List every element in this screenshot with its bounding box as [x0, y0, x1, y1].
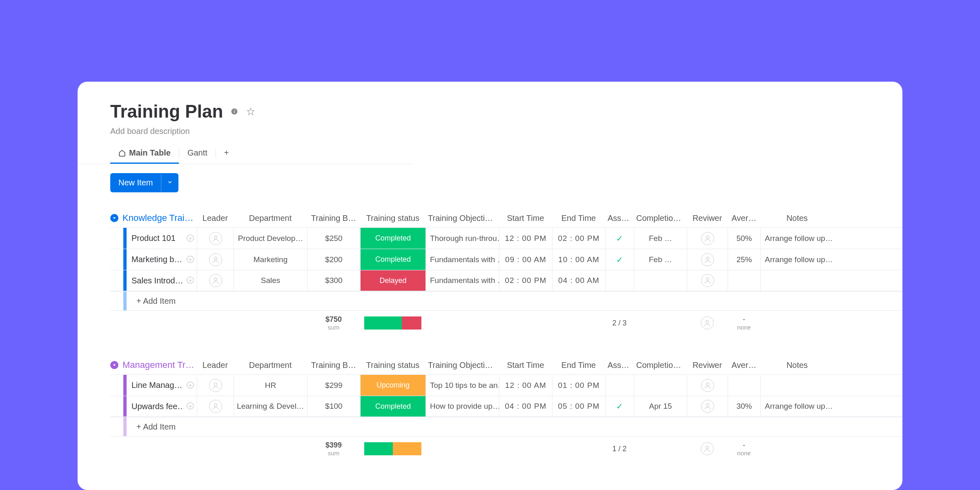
start-time-cell[interactable]: 12 : 00 PM — [499, 228, 552, 249]
assessment-cell[interactable]: ✓ — [605, 228, 634, 249]
leader-cell[interactable] — [197, 270, 234, 291]
end-time-cell[interactable]: 01 : 00 PM — [552, 375, 605, 396]
status-cell[interactable]: Upcoming — [360, 375, 425, 396]
tab-main-table[interactable]: Main Table — [110, 143, 179, 164]
reviewer-cell[interactable] — [687, 228, 728, 249]
objectives-cell[interactable]: Thorough run-throu… — [425, 228, 499, 249]
column-header[interactable]: Department — [234, 361, 307, 370]
new-item-button[interactable]: New Item — [110, 173, 178, 192]
column-header[interactable]: Start Time — [499, 361, 552, 370]
start-time-cell[interactable]: 04 : 00 PM — [499, 396, 552, 416]
info-icon[interactable] — [229, 107, 239, 116]
column-header[interactable]: Notes — [760, 214, 834, 223]
group-title[interactable]: Knowledge Train… — [122, 213, 197, 223]
average-cell[interactable]: 25% — [728, 249, 760, 270]
assessment-cell[interactable]: ✓ — [605, 249, 634, 270]
reviewer-cell[interactable] — [687, 396, 728, 416]
chat-icon[interactable] — [184, 249, 197, 270]
table-row[interactable]: Sales Introd… Sales $300 Delayed Fundame… — [110, 270, 902, 291]
notes-cell[interactable]: Arrange follow up… — [760, 396, 834, 416]
completion-cell[interactable]: Apr 15 — [634, 396, 687, 416]
item-name[interactable]: Upwards fee… — [127, 396, 184, 416]
column-header[interactable]: Asse… — [605, 214, 634, 223]
end-time-cell[interactable]: 10 : 00 AM — [552, 249, 605, 270]
column-header[interactable]: Start Time — [499, 214, 552, 223]
item-name[interactable]: Sales Introd… — [127, 270, 184, 291]
leader-cell[interactable] — [197, 375, 234, 396]
completion-cell[interactable]: Feb … — [634, 228, 687, 249]
reviewer-cell[interactable] — [687, 270, 728, 291]
objectives-cell[interactable]: How to provide up… — [425, 396, 499, 416]
star-icon[interactable] — [246, 107, 256, 116]
column-header[interactable]: End Time — [552, 361, 605, 370]
tab-gantt[interactable]: Gantt — [179, 143, 216, 164]
column-header[interactable]: Training Objectives — [425, 214, 499, 223]
end-time-cell[interactable]: 04 : 00 AM — [552, 270, 605, 291]
start-time-cell[interactable]: 12 : 00 AM — [499, 375, 552, 396]
completion-cell[interactable] — [634, 375, 687, 396]
notes-cell[interactable] — [760, 270, 834, 291]
objectives-cell[interactable]: Top 10 tips to be an… — [425, 375, 499, 396]
add-view-button[interactable]: + — [216, 143, 237, 164]
column-header[interactable]: Training Objectives — [425, 361, 499, 370]
budget-cell[interactable]: $100 — [307, 396, 360, 416]
notes-cell[interactable]: Arrange follow up… — [760, 249, 834, 270]
department-cell[interactable]: Marketing — [234, 249, 307, 270]
notes-cell[interactable] — [760, 375, 834, 396]
department-cell[interactable]: Sales — [234, 270, 307, 291]
column-header[interactable]: Aver… — [728, 214, 760, 223]
column-header[interactable]: Training B… — [307, 214, 360, 223]
column-header[interactable]: Reviwer — [687, 214, 728, 223]
completion-cell[interactable]: Feb … — [634, 249, 687, 270]
average-cell[interactable]: 30% — [728, 396, 760, 416]
status-cell[interactable]: Completed — [360, 249, 425, 270]
budget-cell[interactable]: $299 — [307, 375, 360, 396]
budget-cell[interactable]: $250 — [307, 228, 360, 249]
group-title[interactable]: Management Tr… — [122, 360, 197, 370]
group-collapse-toggle[interactable] — [110, 214, 118, 222]
table-row[interactable]: Upwards fee… Learning & Devel… $100 Comp… — [110, 396, 902, 417]
column-header[interactable]: Training status — [360, 214, 425, 223]
end-time-cell[interactable]: 05 : 00 PM — [552, 396, 605, 416]
assessment-cell[interactable] — [605, 375, 634, 396]
notes-cell[interactable]: Arrange follow up… — [760, 228, 834, 249]
column-header[interactable]: Training status — [360, 361, 425, 370]
board-description[interactable]: Add board description — [78, 127, 902, 136]
average-cell[interactable] — [728, 375, 760, 396]
status-cell[interactable]: Completed — [360, 228, 425, 249]
column-header[interactable]: Aver… — [728, 361, 760, 370]
table-row[interactable]: Line Manag… HR $299 Upcoming Top 10 tips… — [110, 374, 902, 396]
start-time-cell[interactable]: 09 : 00 AM — [499, 249, 552, 270]
budget-cell[interactable]: $200 — [307, 249, 360, 270]
reviewer-cell[interactable] — [687, 375, 728, 396]
budget-cell[interactable]: $300 — [307, 270, 360, 291]
chat-icon[interactable] — [184, 396, 197, 416]
completion-cell[interactable] — [634, 270, 687, 291]
group-collapse-toggle[interactable] — [110, 361, 118, 369]
column-header[interactable]: Leader — [197, 361, 234, 370]
department-cell[interactable]: Learning & Devel… — [234, 396, 307, 416]
column-header[interactable]: Department — [234, 214, 307, 223]
chat-icon[interactable] — [184, 375, 197, 396]
average-cell[interactable]: 50% — [728, 228, 760, 249]
leader-cell[interactable] — [197, 396, 234, 416]
department-cell[interactable]: Product Develop… — [234, 228, 307, 249]
reviewer-cell[interactable] — [687, 249, 728, 270]
table-row[interactable]: Product 101 Product Develop… $250 Comple… — [110, 227, 902, 249]
item-name[interactable]: Line Manag… — [127, 375, 184, 396]
assessment-cell[interactable] — [605, 270, 634, 291]
end-time-cell[interactable]: 02 : 00 PM — [552, 228, 605, 249]
column-header[interactable]: Asse… — [605, 361, 634, 370]
average-cell[interactable] — [728, 270, 760, 291]
item-name[interactable]: Marketing b… — [127, 249, 184, 270]
status-cell[interactable]: Completed — [360, 396, 425, 416]
column-header[interactable]: End Time — [552, 214, 605, 223]
department-cell[interactable]: HR — [234, 375, 307, 396]
leader-cell[interactable] — [197, 249, 234, 270]
column-header[interactable]: Completion… — [634, 214, 687, 223]
chevron-down-icon[interactable] — [161, 174, 178, 192]
add-item-row[interactable]: + Add Item — [110, 417, 902, 437]
status-cell[interactable]: Delayed — [360, 270, 425, 291]
objectives-cell[interactable]: Fundamentals with … — [425, 249, 499, 270]
item-name[interactable]: Product 101 — [127, 228, 184, 249]
